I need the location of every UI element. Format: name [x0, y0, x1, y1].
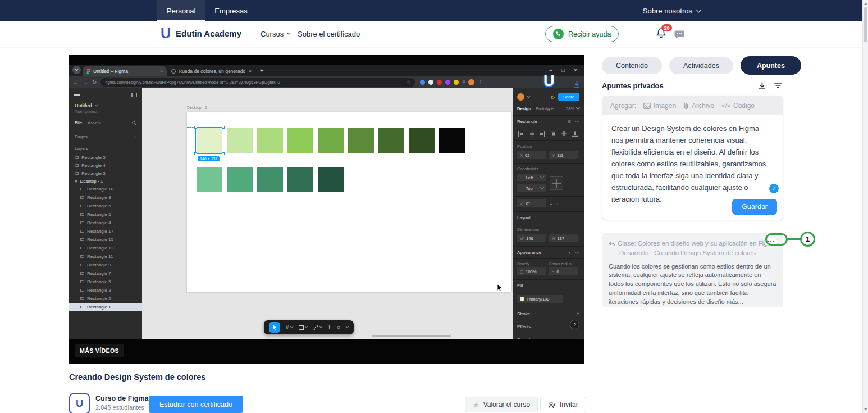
color-swatch[interactable] [257, 167, 283, 192]
frame-tool[interactable]: # [286, 324, 293, 330]
actions-tool[interactable] [346, 327, 349, 328]
insert-image-button[interactable]: Imagen [643, 102, 676, 110]
extension-icon[interactable] [437, 80, 442, 85]
attach-file-button[interactable]: Archivo [683, 102, 714, 110]
color-swatch[interactable] [409, 128, 435, 153]
x-input[interactable]: X62 [517, 151, 546, 159]
layer-item-selected[interactable]: Rectangle 1 [69, 303, 142, 311]
figma-tab-assets[interactable]: Assets [88, 120, 101, 125]
apps-grid-icon[interactable]: # [462, 79, 465, 85]
more-icon[interactable]: ⋯ [575, 250, 579, 255]
figma-menu-icon[interactable] [74, 92, 80, 98]
tab-actividades[interactable]: Actividades [669, 57, 733, 74]
download-icon[interactable] [574, 81, 580, 88]
address-bar[interactable]: figma.com/design/y.5flM8lHwuRrPqpg7O0niW… [100, 78, 415, 87]
download-notes-icon[interactable] [758, 81, 766, 90]
canvas-horizontal-scrollbar[interactable] [372, 335, 451, 337]
insert-code-button[interactable]: </> Código [721, 102, 755, 110]
tab-prototype[interactable]: Prototype [536, 106, 554, 111]
collapse-overlay-button[interactable] [72, 66, 81, 74]
more-icon[interactable]: ⋯ [575, 119, 579, 124]
tab-design[interactable]: Design [517, 106, 531, 111]
toggle-panel-icon[interactable] [131, 93, 137, 97]
extension-icon[interactable] [454, 80, 459, 85]
present-icon[interactable]: ▷ [551, 94, 555, 100]
messages-button[interactable] [674, 30, 684, 41]
layer-item[interactable]: Rectangle 9 [69, 261, 142, 269]
move-tool[interactable] [269, 322, 280, 333]
figma-pages-section[interactable]: Pages+ [69, 130, 142, 142]
save-note-button[interactable]: Guardar [732, 199, 777, 215]
figma-canvas[interactable]: Desktop - 1 [142, 88, 513, 339]
close-tab-icon[interactable]: × [249, 69, 252, 74]
color-swatch[interactable] [318, 167, 344, 192]
comment-tool[interactable]: ○ [337, 324, 340, 330]
browser-tab-color-wheel[interactable]: Rueda de colores, un generado × [167, 66, 255, 76]
extension-icon[interactable] [445, 80, 450, 85]
layer-item[interactable]: Rectangle 17 [69, 227, 142, 235]
width-input[interactable]: W146 [517, 234, 546, 242]
color-swatch[interactable] [348, 128, 374, 153]
layer-item[interactable]: Rectangle 6 [69, 202, 142, 210]
height-input[interactable]: H137 [549, 234, 578, 242]
brand-logo[interactable]: U Edutin Academy [161, 26, 241, 40]
shape-tool[interactable] [299, 325, 308, 330]
layer-item[interactable]: Rectangle 2 [69, 294, 142, 303]
video-player[interactable]: Untitled – Figma × Rueda de colores, un … [69, 55, 584, 364]
blend-mode-icon[interactable]: ◐ [568, 250, 571, 255]
browser-tab-figma[interactable]: Untitled – Figma × [83, 66, 167, 76]
add-page-icon[interactable]: + [134, 134, 136, 139]
remove-fill-icon[interactable]: — [574, 296, 579, 302]
layer-item[interactable]: Rectangle 15 [69, 235, 142, 244]
flip-vertical-icon[interactable]: ↕ [556, 201, 559, 206]
add-stroke-icon[interactable]: + [577, 311, 579, 316]
reload-icon[interactable]: ↻ [92, 79, 97, 85]
opacity-input[interactable]: ◻100% [517, 267, 546, 275]
tab-apuntes[interactable]: Apuntes [741, 56, 801, 75]
tab-personal[interactable]: Personal [157, 0, 205, 21]
text-tool[interactable]: T [328, 324, 331, 330]
close-window-icon[interactable]: × [569, 67, 582, 73]
flip-horizontal-icon[interactable]: ↔ [549, 201, 554, 206]
chevron-down-icon[interactable] [527, 94, 531, 98]
layer-item[interactable]: Rectangle 4 [69, 161, 142, 169]
component-icon[interactable]: ⊞ [567, 119, 571, 124]
layer-item[interactable]: Rectangle 13 [69, 244, 142, 252]
tab-empresas[interactable]: Empresas [205, 0, 257, 21]
layer-item-frame[interactable]: #Desktop - 1 [69, 177, 142, 185]
constraints-widget[interactable] [550, 176, 563, 190]
color-swatch[interactable] [197, 128, 222, 153]
layer-item[interactable]: Rectangle 5 [69, 278, 142, 286]
note-text-area[interactable]: Crear un Design System de colores en Fig… [602, 115, 783, 205]
layer-item[interactable]: Rectangle 11 [69, 252, 142, 261]
user-avatar[interactable] [517, 93, 524, 101]
color-swatch[interactable] [378, 128, 404, 153]
color-swatch[interactable] [257, 128, 283, 153]
maximize-icon[interactable]: □ [557, 67, 569, 73]
pen-tool[interactable] [313, 325, 322, 330]
layer-item[interactable]: Rectangle 4 [69, 219, 142, 227]
close-tab-icon[interactable]: × [160, 69, 163, 74]
scrollbar-thumb[interactable] [864, 7, 867, 42]
study-with-certificate-button[interactable]: Estudiar con certificado [149, 396, 243, 413]
color-swatch[interactable] [439, 128, 465, 153]
tab-contenido[interactable]: Contenido [602, 57, 662, 74]
more-videos-button[interactable]: MÁS VÍDEOS [75, 344, 124, 357]
layer-item[interactable]: Rectangle 18 [69, 185, 142, 193]
layer-item[interactable]: Rectangle 3 [69, 286, 142, 294]
color-swatch[interactable] [197, 167, 222, 192]
nav-sobre-certificado[interactable]: Sobre el certificado [298, 21, 360, 47]
color-swatch[interactable] [227, 128, 253, 153]
layer-item[interactable]: Rectangle 7 [69, 269, 142, 278]
color-swatch[interactable] [318, 128, 344, 153]
forward-icon[interactable]: → [83, 79, 88, 85]
extension-icon[interactable] [420, 80, 425, 85]
filter-icon[interactable] [774, 81, 783, 89]
saved-note-card[interactable]: Clase: Colores en diseño web y su aplica… [602, 233, 783, 307]
share-button[interactable]: Share [558, 93, 579, 101]
alignment-icons[interactable] [517, 130, 579, 137]
new-tab-button[interactable]: + [260, 67, 263, 74]
search-icon[interactable] [132, 121, 136, 125]
layer-item[interactable]: Rectangle 8 [69, 193, 142, 202]
rate-course-button[interactable]: ★ Valorar el curso [465, 397, 538, 412]
